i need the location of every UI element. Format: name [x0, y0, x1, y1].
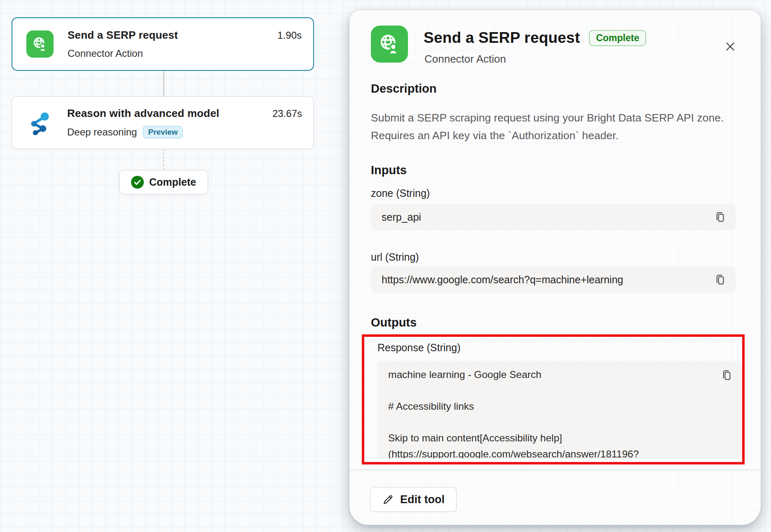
preview-badge: Preview — [143, 126, 183, 138]
input-value-url: https://www.google.com/search?q=machine+… — [371, 266, 736, 293]
edit-tool-label: Edit tool — [400, 493, 445, 506]
complete-pill-label: Complete — [149, 176, 196, 188]
copy-icon — [714, 273, 726, 286]
pencil-icon — [382, 493, 394, 506]
close-button[interactable] — [721, 37, 739, 56]
output-label-response: Response (String) — [377, 342, 460, 354]
check-circle-icon — [131, 176, 144, 189]
panel-subtitle: Connector Action — [424, 53, 506, 65]
connector-line-dashed — [163, 149, 164, 170]
globe-person-icon — [371, 26, 408, 63]
copy-button[interactable] — [714, 273, 726, 286]
input-label-url: url (String) — [371, 251, 419, 263]
node-title: Reason with advanced model — [67, 107, 219, 120]
node-subtitle: Deep reasoning — [67, 126, 137, 138]
edit-tool-button[interactable]: Edit tool — [370, 487, 457, 512]
node-duration: 23.67s — [272, 108, 302, 119]
close-icon — [723, 40, 737, 54]
description-heading: Description — [371, 82, 437, 96]
footer-divider — [349, 469, 761, 470]
status-badge: Complete — [589, 30, 646, 46]
flow-node-reason-advanced-model[interactable]: Reason with advanced model 23.67s Deep r… — [12, 96, 314, 149]
node-subtitle: Connector Action — [68, 48, 143, 59]
node-title: Send a SERP request — [68, 29, 178, 42]
connector-line — [163, 71, 164, 96]
output-value-response: machine learning - Google Search # Acces… — [377, 361, 742, 458]
globe-person-icon — [26, 30, 54, 58]
panel-title: Send a SERP request — [424, 29, 580, 47]
inputs-heading: Inputs — [371, 163, 407, 177]
flow-complete-node: Complete — [119, 170, 208, 194]
input-label-zone: zone (String) — [371, 187, 430, 199]
tool-details-panel: Send a SERP request Complete Connector A… — [349, 10, 761, 525]
copy-button[interactable] — [721, 369, 733, 381]
node-duration: 1.90s — [277, 30, 302, 41]
copy-button[interactable] — [714, 211, 726, 223]
outputs-heading: Outputs — [371, 316, 417, 329]
copy-icon — [721, 369, 733, 381]
reasoning-icon — [26, 109, 53, 136]
flow-node-send-serp-request[interactable]: Send a SERP request 1.90s Connector Acti… — [12, 17, 314, 71]
input-value-zone: serp_api — [371, 204, 736, 230]
response-value-text: machine learning - Google Search # Acces… — [377, 361, 742, 458]
copy-icon — [714, 211, 726, 223]
url-value-text: https://www.google.com/search?q=machine+… — [382, 274, 623, 286]
zone-value-text: serp_api — [382, 211, 421, 223]
description-text: Submit a SERP scraping request using you… — [371, 109, 745, 145]
